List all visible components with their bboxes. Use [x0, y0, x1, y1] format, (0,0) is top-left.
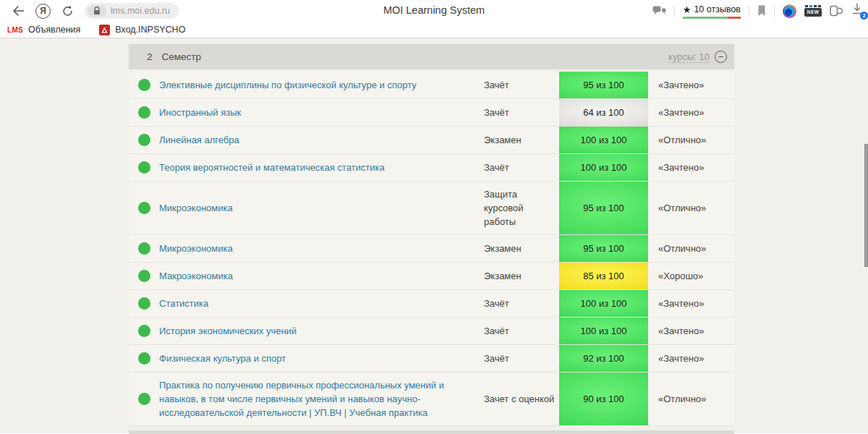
- course-table: Элективные дисциплины по физической куль…: [129, 72, 734, 426]
- status-dot-cell: [129, 202, 159, 214]
- status-dot-icon: [138, 134, 150, 146]
- assessment-type-label: Экзамен: [484, 127, 559, 153]
- course-link[interactable]: Иностранный язык: [159, 107, 241, 118]
- status-dot-cell: [129, 325, 159, 337]
- site-security-chip[interactable]: [88, 5, 106, 17]
- grade-label: «Отлично»: [648, 135, 734, 145]
- score-cell: 85 из 100: [559, 263, 648, 289]
- grade-label: «Зачтено»: [648, 107, 734, 118]
- course-name-cell: История экономических учений: [159, 318, 484, 344]
- table-row: История экономических учений Зачёт 100 и…: [129, 318, 734, 345]
- grade-label: «Отлично»: [648, 203, 734, 213]
- status-dot-icon: [138, 202, 150, 214]
- vertical-scrollbar-thumb[interactable]: [864, 144, 868, 267]
- course-link[interactable]: Макроэкономика: [159, 271, 233, 281]
- yandex-logo-button[interactable]: Я: [35, 4, 51, 19]
- browser-toolbar: Я lms.moi.edu.ru MOI Learning System: [0, 0, 868, 22]
- table-row: Микроэкономика Экзамен 95 из 100 «Отличн…: [129, 235, 734, 263]
- table-row: Иностранный язык Зачёт 64 из 100 «Зачтен…: [129, 99, 734, 127]
- status-dot-cell: [129, 270, 159, 282]
- course-name-cell: Линейная алгебра: [159, 127, 484, 153]
- status-dot-cell: [129, 297, 159, 310]
- assessment-type-label: Зачёт: [484, 72, 559, 98]
- refresh-button[interactable]: [59, 3, 75, 19]
- bookmarks-bar: LMS Объявления Вход.INPSYCHO: [0, 22, 868, 38]
- course-link[interactable]: Микроэкономика: [159, 243, 233, 254]
- assessment-type-label: Зачёт: [484, 291, 559, 316]
- table-row: Линейная алгебра Экзамен 100 из 100 «Отл…: [129, 127, 734, 154]
- assessment-type-label: Экзамен: [484, 263, 559, 289]
- chat-bubbles-icon: [652, 6, 666, 17]
- semester-2-header: 2 Семестр курсы: 10 −: [129, 44, 734, 69]
- table-row: Макроэкономика Экзамен 85 из 100 «Хорошо…: [129, 263, 734, 290]
- downloads-button[interactable]: 2: [851, 3, 866, 19]
- status-dot-cell: [129, 79, 159, 91]
- score-cell: 90 из 100: [559, 373, 648, 425]
- back-button[interactable]: [10, 3, 26, 19]
- table-row: Физическая культура и спорт Зачёт 92 из …: [129, 345, 734, 373]
- assessment-type-label: Зачет с оценкой: [484, 386, 559, 412]
- feedback-button[interactable]: [652, 6, 666, 17]
- table-row: Микроэкономика Защита курсовой работы 95…: [129, 182, 734, 235]
- assessment-type-label: Зачёт: [484, 318, 559, 344]
- course-link[interactable]: Элективные дисциплины по физической куль…: [159, 80, 417, 90]
- bookmark-page-button[interactable]: [757, 5, 766, 17]
- course-link[interactable]: История экономических учений: [159, 326, 297, 336]
- grade-label: «Отлично»: [648, 243, 734, 254]
- assessment-type-label: Зачёт: [484, 346, 559, 371]
- star-icon: ★: [683, 5, 692, 14]
- site-reviews-button[interactable]: ★ 10 отзывов: [683, 4, 741, 17]
- courses-count-link[interactable]: курсы: 10: [668, 51, 710, 63]
- table-row: Статистика Зачёт 100 из 100 «Зачтено»: [129, 290, 734, 318]
- grade-label: «Отлично»: [648, 393, 734, 404]
- score-cell: 95 из 100: [559, 182, 648, 234]
- reviews-count-label: 10 отзывов: [694, 4, 741, 14]
- course-name-cell: Элективные дисциплины по физической куль…: [159, 72, 484, 98]
- status-dot-icon: [138, 352, 150, 365]
- score-cell: 100 из 100: [559, 127, 648, 153]
- score-cell: 100 из 100: [559, 318, 648, 344]
- lms-page: 2 Семестр курсы: 10 − Элективные дисципл…: [0, 38, 868, 433]
- back-arrow-icon: [12, 5, 25, 17]
- status-dot-cell: [129, 352, 159, 365]
- course-link[interactable]: Физическая культура и спорт: [159, 353, 286, 364]
- course-link[interactable]: Линейная алгебра: [159, 135, 239, 145]
- university-crest-icon: [99, 25, 110, 35]
- status-dot-icon: [138, 106, 150, 119]
- browser-extension-icon[interactable]: [783, 4, 796, 18]
- page-title: MOI Learning System: [383, 4, 485, 16]
- assessment-type-label: Зачёт: [484, 155, 559, 180]
- status-dot-icon: [138, 393, 150, 405]
- course-link[interactable]: Практика по получению первичных професси…: [159, 380, 444, 418]
- grade-label: «Зачтено»: [648, 298, 734, 309]
- toolbar-right-cluster: ★ 10 отзывов NEW 2: [652, 0, 866, 22]
- course-link[interactable]: Микроэкономика: [159, 203, 233, 213]
- rating-bar: [683, 17, 741, 19]
- assessment-type-label: Зачёт: [484, 100, 559, 125]
- course-name-cell: Практика по получению первичных професси…: [159, 373, 484, 425]
- bookmark-flag-icon: [757, 5, 766, 17]
- course-name-cell: Микроэкономика: [159, 195, 484, 221]
- downloads-count-badge: 2: [860, 12, 868, 20]
- assessment-type-label: Экзамен: [484, 236, 559, 261]
- url-text: lms.moi.edu.ru: [111, 6, 170, 16]
- status-dot-cell: [129, 134, 159, 146]
- score-cell: 100 из 100: [559, 154, 648, 181]
- status-dot-icon: [138, 161, 150, 174]
- toolbar-separator: [774, 6, 775, 17]
- address-bar[interactable]: lms.moi.edu.ru: [85, 3, 179, 19]
- table-row: Элективные дисциплины по физической куль…: [129, 72, 734, 99]
- score-cell: 95 из 100: [559, 235, 648, 262]
- new-extension-icon[interactable]: NEW: [804, 5, 822, 17]
- bookmark-item-inpsycho[interactable]: Вход.INPSYCHO: [99, 25, 185, 35]
- grade-label: «Зачтено»: [648, 80, 734, 90]
- bookmark-item-announcements[interactable]: LMS Объявления: [7, 25, 80, 35]
- course-link[interactable]: Статистика: [159, 298, 208, 309]
- grade-label: «Зачтено»: [648, 326, 734, 336]
- lock-icon: [93, 7, 101, 15]
- tab-groups-button[interactable]: [830, 5, 843, 17]
- status-dot-icon: [138, 297, 150, 310]
- score-cell: 100 из 100: [559, 290, 648, 317]
- course-link[interactable]: Теория вероятностей и математическая ста…: [159, 162, 385, 173]
- collapse-section-button[interactable]: −: [715, 51, 727, 63]
